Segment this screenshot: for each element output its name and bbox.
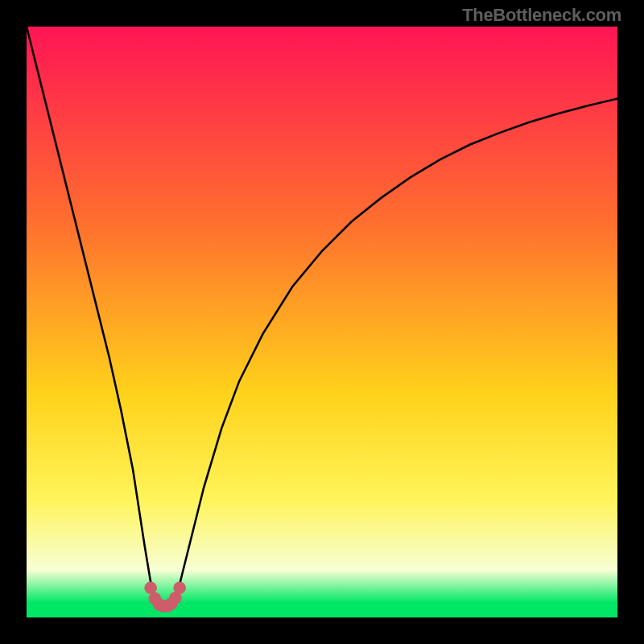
marker-dot [173,582,186,595]
gradient-background [27,27,617,617]
plot-area [27,27,617,617]
watermark-text: TheBottleneck.com [462,5,621,26]
chart-svg [27,27,617,617]
chart-frame: TheBottleneck.com [0,0,644,644]
